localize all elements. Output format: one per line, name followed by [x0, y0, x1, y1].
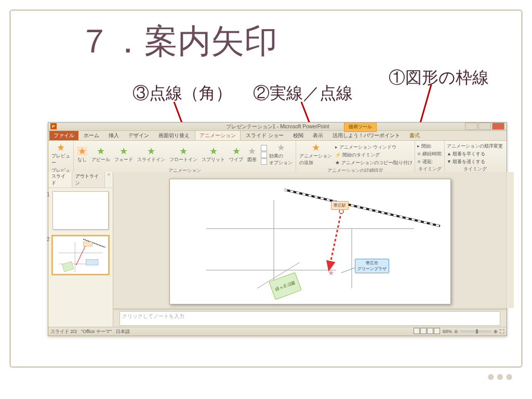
sidetab-slides[interactable]: スライド — [48, 172, 72, 188]
effect-options-button[interactable]: ★効果の オプション — [268, 142, 294, 167]
thumbnail-2[interactable]: 2 — [52, 236, 109, 274]
anim-wipe[interactable]: ★ワイプ — [228, 145, 244, 164]
workspace: スライド アウトライン × 1 2 — [48, 172, 507, 327]
ribbon: ★ プレビュー プレビュー ★なし ★アピール ★フェード ★スライドイン ★フ… — [48, 141, 507, 174]
tab-design[interactable]: デザイン — [124, 131, 153, 140]
zoom-in-button[interactable]: ⊕ — [494, 329, 498, 334]
titlebar: P プレゼンテーション1 - Microsoft PowerPoint 描画ツー… — [48, 123, 507, 131]
zoom-percent[interactable]: 68% — [443, 329, 452, 334]
tab-view[interactable]: 表示 — [309, 131, 327, 140]
anim-shape[interactable]: ★図形 — [246, 145, 258, 164]
anim-floatin[interactable]: ★フロートイン — [168, 145, 198, 164]
gallery-up-icon[interactable] — [261, 145, 267, 151]
move-later-button[interactable]: ▼ 順番を遅くする — [447, 158, 503, 165]
animation-painter-button[interactable]: ★ アニメーションのコピー/貼り付け — [335, 159, 413, 166]
notes-input[interactable]: クリックしてノートを入力 — [119, 311, 500, 326]
close-button[interactable] — [492, 123, 504, 130]
window-title: プレゼンテーション1 - Microsoft PowerPoint — [226, 123, 329, 130]
animation-pane-button[interactable]: ▸ アニメーション ウィンドウ — [335, 144, 413, 151]
timing-duration[interactable]: ⊙ 継続時間: — [417, 151, 442, 157]
anim-split[interactable]: ★スプリット — [201, 145, 226, 164]
status-theme: "Office テーマ" — [81, 328, 112, 335]
ribbon-tabs: ファイル ホーム 挿入 デザイン 画面切り替え アニメーション スライド ショー… — [48, 131, 507, 141]
timing-start[interactable]: ▸ 開始: — [417, 143, 442, 150]
anim-none[interactable]: ★なし — [76, 145, 88, 164]
svg-rect-8 — [83, 242, 92, 246]
tab-insert[interactable]: 挿入 — [104, 131, 123, 140]
zoom-slider[interactable] — [460, 330, 491, 332]
callout-3: ③点線（角） — [132, 82, 232, 105]
fit-window-button[interactable]: ⛶ — [500, 329, 504, 334]
reorder-label: アニメーションの順序変更 — [447, 143, 503, 150]
contextual-tool-badge: 描画ツール — [344, 122, 377, 132]
svg-rect-9 — [86, 260, 98, 265]
trigger-button[interactable]: ⚡ 開始のタイミング — [335, 152, 413, 158]
sidetab-outline[interactable]: アウトライン — [72, 172, 105, 188]
anim-slidein[interactable]: ★スライドイン — [136, 145, 166, 164]
timing-delay[interactable]: ⊙ 遅延: — [417, 158, 442, 165]
notes-splitter[interactable] — [113, 308, 507, 310]
tab-transitions[interactable]: 画面切り替え — [154, 131, 194, 140]
gallery-down-icon[interactable] — [261, 152, 267, 158]
zoom-out-button[interactable]: ⊖ — [454, 329, 458, 334]
slide-title: ７．案内矢印 — [78, 19, 277, 64]
anim-fade[interactable]: ★フェード — [113, 145, 134, 164]
map-label-plaza[interactable]: 帯広市 グリーンプラザ — [355, 259, 389, 273]
slide-canvas[interactable]: 帯広駅 帯広市 グリーンプラザ 緑ヶ丘公園 ★ — [169, 179, 451, 304]
maximize-button[interactable] — [478, 123, 491, 130]
anim-appear[interactable]: ★アピール — [90, 145, 111, 164]
statusbar: スライド 2/2 "Office テーマ" 日本語 68% ⊖ ⊕ ⛶ — [48, 327, 507, 336]
callout-2: ②実線／点線 — [253, 82, 353, 105]
tab-addin[interactable]: 活用しよう！パワーポイント — [328, 131, 404, 140]
tab-animations[interactable]: アニメーション — [195, 130, 241, 140]
window-controls[interactable] — [465, 123, 504, 130]
powerpoint-window: P プレゼンテーション1 - Microsoft PowerPoint 描画ツー… — [48, 122, 507, 336]
star-icon[interactable]: ★ — [328, 269, 335, 277]
add-animation-button[interactable]: ★アニメーション の追加 — [298, 142, 333, 167]
slide-panel: スライド アウトライン × 1 2 — [48, 172, 113, 327]
thumbnail-1[interactable]: 1 — [52, 191, 109, 230]
tab-file[interactable]: ファイル — [49, 131, 78, 140]
tab-home[interactable]: ホーム — [79, 131, 103, 140]
powerpoint-icon: P — [50, 123, 57, 129]
svg-line-7 — [76, 245, 86, 265]
svg-rect-10 — [62, 261, 74, 272]
tab-format[interactable]: 書式 — [405, 131, 424, 140]
minimize-button[interactable] — [465, 123, 477, 130]
move-earlier-button[interactable]: ▲ 順番を早くする — [447, 151, 503, 157]
view-switcher[interactable] — [414, 328, 441, 335]
gallery-more-icon[interactable] — [261, 158, 267, 165]
callout-1: ①図形の枠線 — [389, 66, 489, 89]
tab-review[interactable]: 校閲 — [289, 131, 308, 140]
panel-close-button[interactable]: × — [105, 172, 113, 188]
map-label-station[interactable]: 帯広駅 — [331, 201, 349, 210]
status-slide-number: スライド 2/2 — [50, 328, 77, 335]
status-language[interactable]: 日本語 — [116, 328, 130, 335]
tab-slideshow[interactable]: スライド ショー — [242, 131, 288, 140]
vertical-scrollbar[interactable] — [506, 172, 514, 308]
svg-point-12 — [339, 209, 343, 214]
decorative-dots: ●●● — [487, 368, 514, 384]
preview-button[interactable]: ★ プレビュー — [50, 142, 71, 167]
